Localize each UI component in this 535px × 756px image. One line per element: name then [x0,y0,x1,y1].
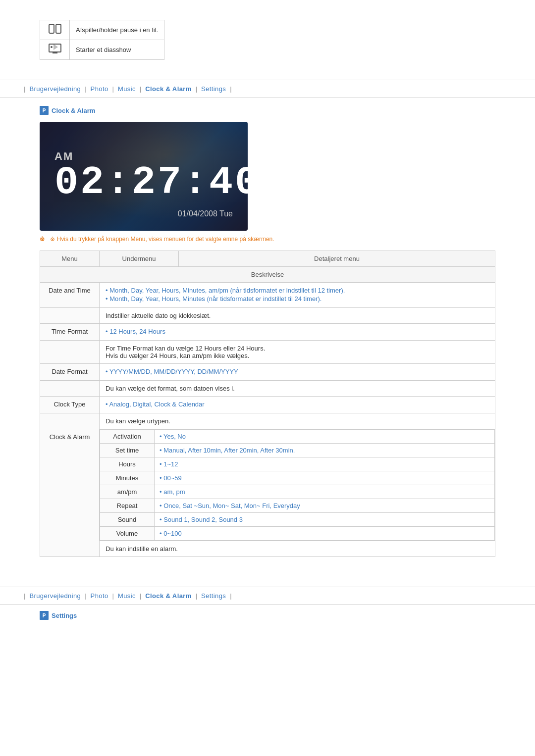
list-item: 12 Hours, 24 Hours [106,328,489,335]
sub-label-hours: Hours [100,457,155,471]
table-row-clock-alarm: Clock & Alarm Activation • Yes, No Set t… [40,429,495,541]
list-item: Analog, Digital, Clock & Calendar [106,401,489,408]
nav-sep-footer: | [112,592,114,600]
nav-bar-bottom: | Brugervejledning | Photo | Music | Clo… [0,587,535,605]
beschreibung-row: Beskrivelse [40,267,495,283]
top-table-section: Afspiller/holder pause i en fil. Starter… [0,0,535,70]
table-row: Sound • Sound 1, Sound 2, Sound 3 [100,513,495,527]
sub-label-sound: Sound [100,513,155,527]
clock-alarm-title-text: Clock & Alarm [52,107,95,114]
nav-sep-footer: | [24,592,25,600]
menu-clock-type: Clock Type [40,397,100,413]
sub-label-minutes: Minutes [100,471,155,485]
settings-section: P Settings [0,605,535,647]
clock-type-detail: Analog, Digital, Clock & Calendar [100,397,495,413]
menu-time-format-empty [40,341,100,364]
header-detail: Detaljeret menu [179,251,495,267]
sub-value-minutes: • 00~59 [155,471,495,485]
list-item: Month, Day, Year, Hours, Minutes (når ti… [106,295,489,302]
table-row: Activation • Yes, No [100,430,495,444]
table-header-row: Menu Undermenu Detaljeret menu [40,251,495,267]
sub-value-volume: • 0~100 [155,527,495,541]
nav-music[interactable]: Music [118,85,136,93]
slideshow-description: Starter et diasshow [70,40,164,60]
menu-clock-type-empty [40,413,100,429]
footer-nav-clock-alarm[interactable]: Clock & Alarm [145,592,191,600]
sub-value-settime: • Manual, After 10min, After 20min, Afte… [155,444,495,457]
nav-sep-footer: | [140,592,141,600]
table-row-alarm-desc: Du kan indstille en alarm. [40,541,495,557]
table-row-date-format: Date Format YYYY/MM/DD, MM/DD/YYYY, DD/M… [40,364,495,381]
table-row: Set time • Manual, After 10min, After 20… [100,444,495,457]
nav-sep-footer: | [230,592,231,600]
svg-marker-6 [54,44,58,50]
nav-sep: | [230,85,231,93]
nav-sep: | [24,85,25,93]
header-menu: Menu [40,251,100,267]
svg-rect-1 [56,24,61,33]
header-submenu: Undermenu [100,251,179,267]
settings-icon: P [40,611,49,620]
table-row-time-format: Time Format 12 Hours, 24 Hours [40,324,495,341]
menu-clock-alarm: Clock & Alarm [40,429,100,557]
nav-photo[interactable]: Photo [91,85,108,93]
nav-settings[interactable]: Settings [201,85,226,93]
footer-nav-brugervejledning[interactable]: Brugervejledning [29,592,81,600]
nav-sep: | [196,85,197,93]
table-row-clock-type: Clock Type Analog, Digital, Clock & Cale… [40,397,495,413]
clock-time: 02:27:40 [54,163,248,202]
date-format-detail: YYYY/MM/DD, MM/DD/YYYY, DD/MM/YYYY [100,364,495,381]
icon-pause [40,20,70,40]
footer-nav-settings[interactable]: Settings [201,592,226,600]
nav-sep-footer: | [196,592,197,600]
table-row: Volume • 0~100 [100,527,495,541]
sub-value-sound: • Sound 1, Sound 2, Sound 3 [155,513,495,527]
main-table: Menu Undermenu Detaljeret menu Beskrivel… [40,251,495,557]
clock-type-description: Du kan vælge urtypen. [100,413,495,429]
sub-label-repeat: Repeat [100,499,155,513]
time-format-description: For Time Format kan du vælge 12 Hours el… [100,341,495,364]
menu-time-format: Time Format [40,324,100,341]
date-time-description: Indstiller aktuelle dato og klokkeslæt. [100,308,495,324]
icon-table: Afspiller/holder pause i en fil. Starter… [40,20,164,60]
sub-label-settime: Set time [100,444,155,457]
sub-label-ampm: am/pm [100,485,155,499]
date-format-description: Du kan vælge det format, som datoen vise… [100,381,495,397]
warning-text: ※ ※ Hvis du trykker på knappen Menu, vis… [40,236,495,243]
list-item: YYYY/MM/DD, MM/DD/YYYY, DD/MM/YYYY [106,368,489,375]
nav-sep: | [140,85,141,93]
icon-slideshow [40,40,70,60]
nav-sep-footer: | [85,592,86,600]
menu-date-time: Date and Time [40,283,100,308]
table-row-date-time-desc: Indstiller aktuelle dato og klokkeslæt. [40,308,495,324]
nav-sep: | [112,85,114,93]
settings-title-text: Settings [52,612,77,619]
menu-date-format-empty [40,381,100,397]
table-row: am/pm • am, pm [100,485,495,499]
sub-label-volume: Volume [100,527,155,541]
beschreibung-label: Beskrivelse [40,267,495,283]
time-format-detail: 12 Hours, 24 Hours [100,324,495,341]
table-row: Afspiller/holder pause i en fil. [40,20,164,40]
clock-alarm-title: P Clock & Alarm [40,106,495,115]
footer-nav-music[interactable]: Music [118,592,136,600]
list-item: Month, Day, Year, Hours, Minutes, am/pm … [106,287,489,294]
nav-bar-top: | Brugervejledning | Photo | Music | Clo… [0,80,535,98]
table-row-date-time: Date and Time Month, Day, Year, Hours, M… [40,283,495,308]
nav-brugervejledning[interactable]: Brugervejledning [29,85,81,93]
settings-title: P Settings [40,611,495,620]
sub-value-activation: • Yes, No [155,430,495,444]
table-row: Repeat • Once, Sat ~Sun, Mon~ Sat, Mon~ … [100,499,495,513]
footer-nav-photo[interactable]: Photo [91,592,108,600]
svg-point-5 [51,46,53,48]
sub-value-repeat: • Once, Sat ~Sun, Mon~ Sat, Mon~ Fri, Ev… [155,499,495,513]
nav-clock-alarm[interactable]: Clock & Alarm [145,85,191,93]
nav-sep: | [85,85,86,93]
date-time-detail: Month, Day, Year, Hours, Minutes, am/pm … [100,283,495,308]
table-row: Minutes • 00~59 [100,471,495,485]
table-row: Starter et diasshow [40,40,164,60]
sub-value-ampm: • am, pm [155,485,495,499]
clock-alarm-icon: P [40,106,49,115]
alarm-subtable-container: Activation • Yes, No Set time • Manual, … [100,429,495,541]
clock-date: 01/04/2008 Tue [178,209,233,218]
